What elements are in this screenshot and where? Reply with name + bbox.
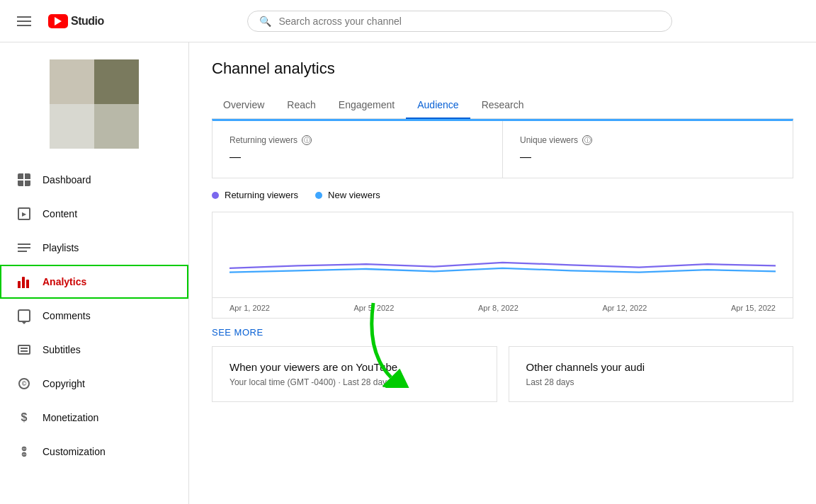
tab-engagement[interactable]: Engagement xyxy=(327,92,406,119)
sidebar-item-customization[interactable]: Customization xyxy=(0,435,188,469)
x-label-2: Apr 5, 2022 xyxy=(353,304,394,312)
main-layout: Dashboard Content Playlists Analytics Co xyxy=(0,42,816,504)
avatar-q1 xyxy=(50,59,94,104)
customization-icon xyxy=(17,445,31,459)
x-label-5: Apr 15, 2022 xyxy=(731,304,776,312)
sidebar-label-customization: Customization xyxy=(42,446,106,457)
search-input[interactable] xyxy=(278,16,660,27)
tabs-bar: Overview Reach Engagement Audience Resea… xyxy=(212,92,793,119)
legend-dot-new xyxy=(315,192,322,199)
legend-returning: Returning viewers xyxy=(212,190,298,200)
chart-inner xyxy=(212,212,793,297)
avatar-q4 xyxy=(94,104,139,149)
sidebar-label-content: Content xyxy=(42,208,77,219)
studio-logo-text: Studio xyxy=(71,15,104,28)
sidebar-label-copyright: Copyright xyxy=(42,378,85,389)
dashboard-icon xyxy=(17,173,31,187)
avatar-q2 xyxy=(94,59,139,104)
search-icon: 🔍 xyxy=(259,16,271,27)
tab-overview[interactable]: Overview xyxy=(212,92,276,119)
avatar-image xyxy=(50,59,139,149)
page-title: Channel analytics xyxy=(212,59,793,78)
sidebar-label-playlists: Playlists xyxy=(42,242,79,253)
sidebar-label-dashboard: Dashboard xyxy=(42,174,91,185)
content-icon xyxy=(17,207,31,221)
legend-label-new: New viewers xyxy=(328,190,380,200)
content-area: Channel analytics Overview Reach Engagem… xyxy=(189,42,816,504)
sidebar-item-subtitles[interactable]: Subtitles xyxy=(0,333,188,367)
analytics-icon xyxy=(17,275,31,289)
x-axis: Apr 1, 2022 Apr 5, 2022 Apr 8, 2022 Apr … xyxy=(212,297,793,318)
chart-legend: Returning viewers New viewers xyxy=(212,178,793,200)
header: Studio 🔍 xyxy=(0,0,816,42)
sidebar-item-comments[interactable]: Comments xyxy=(0,299,188,333)
when-viewers-title: When your viewers are on YouTube xyxy=(230,361,480,373)
sidebar-item-monetization[interactable]: $ Monetization xyxy=(0,401,188,435)
when-viewers-subtitle: Your local time (GMT -0400) · Last 28 da… xyxy=(230,377,480,387)
see-more-button[interactable]: SEE MORE xyxy=(212,319,793,346)
other-channels-subtitle: Last 28 days xyxy=(526,377,776,387)
stats-row: Returning viewers ⓘ — Unique viewers ⓘ — xyxy=(212,119,793,178)
x-label-4: Apr 12, 2022 xyxy=(602,304,647,312)
sidebar-label-analytics: Analytics xyxy=(42,276,86,287)
playlists-icon xyxy=(17,241,31,255)
chart-section: Apr 1, 2022 Apr 5, 2022 Apr 8, 2022 Apr … xyxy=(212,212,793,319)
bottom-cards: When your viewers are on YouTube Your lo… xyxy=(212,346,793,402)
header-left: Studio xyxy=(11,11,104,32)
legend-new: New viewers xyxy=(315,190,380,200)
search-bar[interactable]: 🔍 xyxy=(247,11,672,32)
returning-viewers-label: Returning viewers ⓘ xyxy=(230,135,485,145)
sidebar-label-subtitles: Subtitles xyxy=(42,344,81,355)
bottom-card-when-viewers: When your viewers are on YouTube Your lo… xyxy=(212,346,497,402)
x-label-1: Apr 1, 2022 xyxy=(230,304,270,312)
chart-svg xyxy=(230,224,776,280)
sidebar-item-copyright[interactable]: © Copyright xyxy=(0,367,188,401)
youtube-logo-icon xyxy=(48,14,68,28)
sidebar: Dashboard Content Playlists Analytics Co xyxy=(0,42,189,504)
x-label-3: Apr 8, 2022 xyxy=(478,304,518,312)
sidebar-label-comments: Comments xyxy=(42,310,91,321)
sidebar-item-playlists[interactable]: Playlists xyxy=(0,231,188,265)
returning-viewers-value: — xyxy=(230,151,485,164)
stat-card-unique: Unique viewers ⓘ — xyxy=(503,121,793,178)
stat-card-returning: Returning viewers ⓘ — xyxy=(212,121,503,178)
sidebar-item-dashboard[interactable]: Dashboard xyxy=(0,163,188,197)
other-channels-title: Other channels your audi xyxy=(526,361,776,373)
monetization-icon: $ xyxy=(17,411,31,425)
hamburger-button[interactable] xyxy=(11,11,37,32)
bottom-card-other-channels: Other channels your audi Last 28 days xyxy=(509,346,794,402)
tab-audience[interactable]: Audience xyxy=(406,92,470,119)
tab-reach[interactable]: Reach xyxy=(276,92,327,119)
logo: Studio xyxy=(48,14,104,28)
unique-info-icon[interactable]: ⓘ xyxy=(582,135,592,145)
legend-label-returning: Returning viewers xyxy=(225,190,298,200)
unique-viewers-label: Unique viewers ⓘ xyxy=(520,135,776,145)
returning-info-icon[interactable]: ⓘ xyxy=(302,135,312,145)
sidebar-item-content[interactable]: Content xyxy=(0,197,188,231)
subtitles-icon xyxy=(17,343,31,357)
chart-area xyxy=(230,212,776,297)
tab-research[interactable]: Research xyxy=(470,92,536,119)
legend-dot-returning xyxy=(212,192,219,199)
comments-icon xyxy=(17,309,31,323)
sidebar-label-monetization: Monetization xyxy=(42,412,98,423)
copyright-icon: © xyxy=(17,377,31,391)
unique-viewers-value: — xyxy=(520,151,776,164)
sidebar-item-analytics[interactable]: Analytics xyxy=(0,265,188,299)
avatar-q3 xyxy=(50,104,94,149)
channel-avatar xyxy=(0,48,188,163)
